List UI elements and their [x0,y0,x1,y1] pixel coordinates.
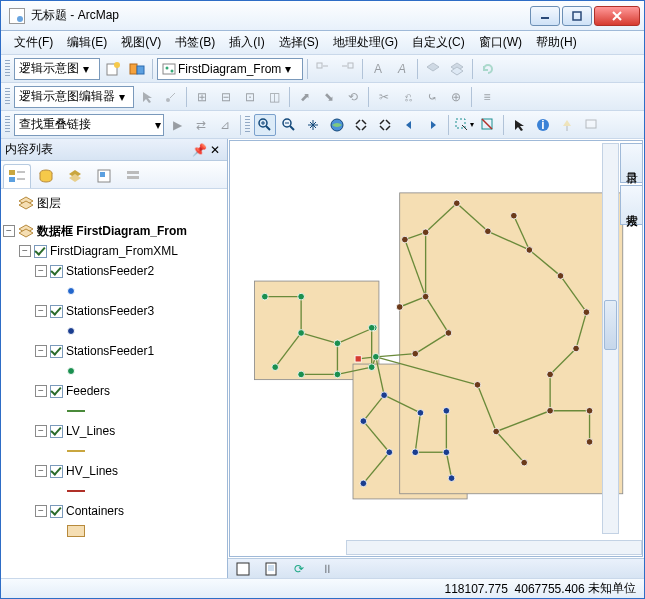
maximize-button[interactable] [562,6,592,26]
tree-node[interactable]: −LV_Lines [3,421,225,441]
layers-icon[interactable] [422,58,444,80]
tree-node[interactable]: −HV_Lines [3,461,225,481]
catalog-dock-tab[interactable]: 目录 [620,143,642,183]
checkbox[interactable] [50,345,63,358]
close-panel-icon[interactable]: ✕ [207,142,223,158]
menu-item[interactable]: 地理处理(G) [326,32,405,53]
tree-node[interactable]: −StationsFeeder3 [3,301,225,321]
task3-icon[interactable]: ⊿ [214,114,236,136]
vertical-scrollbar[interactable] [602,143,619,534]
find-overlap-dropdown[interactable]: 查找重叠链接▾ [14,114,164,136]
checkbox[interactable] [50,425,63,438]
ed4-icon[interactable]: ◫ [263,86,285,108]
tree-node[interactable]: −StationsFeeder2 [3,261,225,281]
checkbox[interactable] [34,245,47,258]
zoom-fixed-in-icon[interactable] [350,114,372,136]
menu-item[interactable]: 视图(V) [114,32,168,53]
menu-item[interactable]: 编辑(E) [60,32,114,53]
run-task-icon[interactable]: ▶ [166,114,188,136]
data-view-icon[interactable] [232,558,254,580]
list-by-visibility-tab[interactable] [61,164,89,188]
refresh-view-icon[interactable]: ⟳ [288,558,310,580]
grip-icon[interactable] [5,116,10,134]
tool-a2-icon[interactable]: A [391,58,413,80]
menu-item[interactable]: 书签(B) [168,32,222,53]
schematic-props-icon[interactable] [126,58,148,80]
ed11-icon[interactable]: ⊕ [445,86,467,108]
checkbox[interactable] [50,505,63,518]
ed5-icon[interactable]: ⬈ [294,86,316,108]
menu-item[interactable]: 插入(I) [222,32,271,53]
ed6-icon[interactable]: ⬊ [318,86,340,108]
svg-point-93 [445,330,452,337]
html-popup-icon[interactable] [580,114,602,136]
refresh-icon[interactable] [477,58,499,80]
new-schematic-icon[interactable] [102,58,124,80]
propagate2-icon[interactable] [336,58,358,80]
tree-node[interactable]: −数据框 FirstDiagram_From [3,221,225,241]
identify-icon[interactable]: i [532,114,554,136]
checkbox[interactable] [50,385,63,398]
prev-extent-icon[interactable] [398,114,420,136]
pause-draw-icon[interactable]: ⏸ [316,558,338,580]
diagram-dropdown[interactable]: FirstDiagram_From▾ [157,58,303,80]
grip-icon[interactable] [5,88,10,106]
list-by-source-tab[interactable] [32,164,60,188]
tree-node[interactable]: −StationsFeeder1 [3,341,225,361]
full-extent-icon[interactable] [326,114,348,136]
pan-icon[interactable] [302,114,324,136]
ed3-icon[interactable]: ⊡ [239,86,261,108]
hyperlink-icon[interactable] [556,114,578,136]
tree-node[interactable]: −Feeders [3,381,225,401]
zoom-in-icon[interactable] [254,114,276,136]
menu-item[interactable]: 选择(S) [272,32,326,53]
checkbox[interactable] [50,265,63,278]
select-features-icon[interactable]: ▾ [453,114,475,136]
ed12-icon[interactable]: ≡ [476,86,498,108]
pointer-icon[interactable] [508,114,530,136]
grip-icon[interactable] [5,60,10,78]
menu-item[interactable]: 文件(F) [7,32,60,53]
menu-item[interactable]: 帮助(H) [529,32,584,53]
ed10-icon[interactable]: ⤿ [421,86,443,108]
ed2-icon[interactable]: ⊟ [215,86,237,108]
zoom-fixed-out-icon[interactable] [374,114,396,136]
options-tab[interactable] [119,164,147,188]
menu-item[interactable]: 窗口(W) [472,32,529,53]
move-node-icon[interactable] [160,86,182,108]
close-button[interactable] [594,6,640,26]
task2-icon[interactable]: ⇄ [190,114,212,136]
list-by-selection-tab[interactable] [90,164,118,188]
ed1-icon[interactable]: ⊞ [191,86,213,108]
editor-menu[interactable]: 逻辑示意图编辑器▾ [14,86,134,108]
map-canvas[interactable]: 目录 搜索 [229,140,643,557]
grip-icon[interactable] [245,116,250,134]
checkbox[interactable] [50,305,63,318]
titlebar[interactable]: 无标题 - ArcMap [1,1,644,31]
horizontal-scrollbar[interactable] [346,540,642,555]
minimize-button[interactable] [530,6,560,26]
tree-node[interactable]: 图层 [3,193,225,213]
ed7-icon[interactable]: ⟲ [342,86,364,108]
pin-icon[interactable]: 📌 [191,142,207,158]
checkbox[interactable] [50,465,63,478]
layout-view-icon[interactable] [260,558,282,580]
next-extent-icon[interactable] [422,114,444,136]
propagate-icon[interactable] [312,58,334,80]
tree-node[interactable]: −Containers [3,501,225,521]
list-by-drawing-tab[interactable] [3,164,31,188]
tree-node[interactable]: −FirstDiagram_FromXML [3,241,225,261]
symbol-row [3,521,225,541]
toc-tree[interactable]: 图层−数据框 FirstDiagram_From−FirstDiagram_Fr… [1,189,227,578]
ed8-icon[interactable]: ✂ [373,86,395,108]
zoom-out-icon[interactable] [278,114,300,136]
clear-selection-icon[interactable] [477,114,499,136]
toc-header[interactable]: 内容列表 📌 ✕ [1,139,227,161]
layers2-icon[interactable] [446,58,468,80]
edit-pointer-icon[interactable] [136,86,158,108]
ed9-icon[interactable]: ⎌ [397,86,419,108]
search-dock-tab[interactable]: 搜索 [620,185,642,225]
menu-item[interactable]: 自定义(C) [405,32,472,53]
schematic-menu[interactable]: 逻辑示意图▾ [14,58,100,80]
tool-a1-icon[interactable]: A [367,58,389,80]
